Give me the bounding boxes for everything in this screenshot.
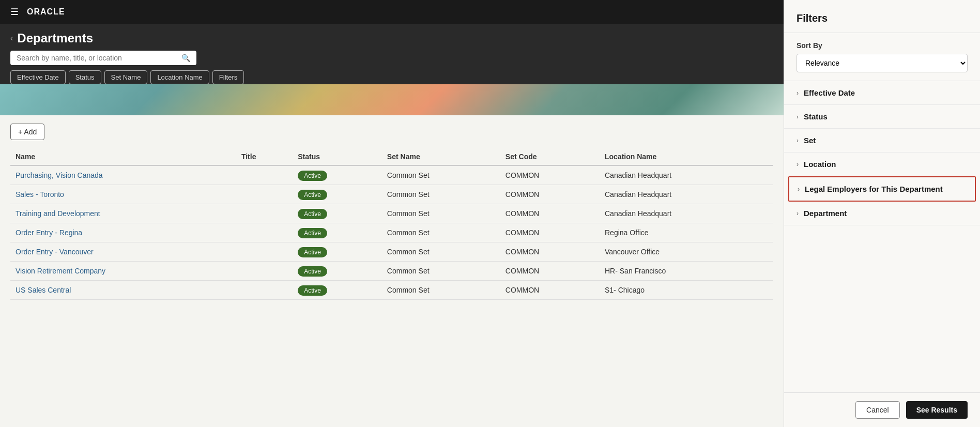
filter-section-item[interactable]: › Legal Employers for This Department (788, 176, 976, 202)
table-row: Purchasing, Vision Canada Active Common … (10, 165, 773, 185)
col-set-code: Set Code (500, 148, 600, 165)
cell-location: Canadian Headquart (600, 165, 773, 185)
filter-section-label: Effective Date (804, 88, 855, 97)
cell-title (236, 185, 293, 204)
cell-title (236, 204, 293, 223)
cell-location: Canadian Headquart (600, 185, 773, 204)
sort-by-label: Sort By (797, 41, 968, 50)
filter-section-label: Status (804, 112, 828, 121)
filters-panel-title: Filters (784, 0, 980, 33)
search-row: 🔍 (10, 51, 773, 65)
set-name-filter-btn[interactable]: Set Name (104, 70, 148, 84)
cell-status: Active (293, 242, 382, 262)
oracle-logo: ORACLE (27, 7, 65, 17)
status-badge: Active (298, 247, 327, 257)
table-row: US Sales Central Active Common Set COMMO… (10, 281, 773, 300)
cell-title (236, 165, 293, 185)
department-name-link[interactable]: Order Entry - Regina (16, 228, 82, 237)
cell-set-name: Common Set (382, 262, 500, 281)
departments-table: Name Title Status Set Name Set Code Loca… (10, 148, 773, 300)
table-row: Sales - Toronto Active Common Set COMMON… (10, 185, 773, 204)
chevron-right-icon: › (797, 161, 799, 168)
status-badge: Active (298, 171, 327, 181)
chevron-right-icon: › (797, 113, 799, 120)
cell-set-code: COMMON (500, 185, 600, 204)
col-title: Title (236, 148, 293, 165)
filter-section-item[interactable]: › Set (784, 129, 980, 152)
cell-title (236, 242, 293, 262)
hamburger-icon[interactable]: ☰ (10, 6, 19, 18)
content-area: + Add Name Title Status Set Name Set Cod… (0, 115, 784, 427)
top-header: ☰ ORACLE (0, 0, 784, 24)
page-title: Departments (17, 31, 93, 45)
back-arrow-icon[interactable]: ‹ (10, 34, 13, 43)
status-badge: Active (298, 190, 327, 200)
col-location-name: Location Name (600, 148, 773, 165)
cell-name: Order Entry - Vancouver (10, 242, 236, 262)
chevron-right-icon: › (797, 89, 799, 97)
sort-by-select[interactable]: Relevance Name Date (797, 54, 968, 72)
cell-set-code: COMMON (500, 165, 600, 185)
department-name-link[interactable]: Vision Retirement Company (16, 267, 105, 275)
filter-section-label: Department (804, 209, 847, 218)
filter-section-label: Legal Employers for This Department (805, 185, 943, 193)
cell-set-code: COMMON (500, 242, 600, 262)
cell-set-name: Common Set (382, 185, 500, 204)
col-status: Status (293, 148, 382, 165)
cell-status: Active (293, 204, 382, 223)
table-row: Training and Development Active Common S… (10, 204, 773, 223)
status-badge: Active (298, 228, 327, 238)
cell-location: Canadian Headquart (600, 204, 773, 223)
main-area: ☰ ORACLE ‹ Departments 🔍 Effective Date … (0, 0, 784, 427)
table-row: Vision Retirement Company Active Common … (10, 262, 773, 281)
cell-title (236, 262, 293, 281)
department-name-link[interactable]: Order Entry - Vancouver (16, 248, 94, 256)
cell-name: Order Entry - Regina (10, 223, 236, 242)
filter-section-item[interactable]: › Location (784, 152, 980, 176)
panel-footer: Cancel See Results (784, 392, 980, 427)
breadcrumb: ‹ Departments (10, 31, 773, 45)
cell-set-name: Common Set (382, 204, 500, 223)
col-set-name: Set Name (382, 148, 500, 165)
cell-status: Active (293, 165, 382, 185)
see-results-button[interactable]: See Results (906, 401, 968, 419)
table-row: Order Entry - Regina Active Common Set C… (10, 223, 773, 242)
cell-set-name: Common Set (382, 242, 500, 262)
status-filter-btn[interactable]: Status (69, 70, 101, 84)
filters-btn[interactable]: Filters (212, 70, 244, 84)
department-name-link[interactable]: Purchasing, Vision Canada (16, 171, 103, 179)
department-name-link[interactable]: Sales - Toronto (16, 190, 64, 199)
filter-buttons-row: Effective Date Status Set Name Location … (10, 70, 773, 84)
effective-date-filter-btn[interactable]: Effective Date (10, 70, 66, 84)
filter-section-item[interactable]: › Department (784, 202, 980, 225)
cell-status: Active (293, 185, 382, 204)
filter-section-item[interactable]: › Effective Date (784, 81, 980, 105)
search-icon[interactable]: 🔍 (181, 54, 190, 62)
filter-section-label: Set (804, 136, 816, 145)
cell-status: Active (293, 281, 382, 300)
department-name-link[interactable]: Training and Development (16, 209, 100, 218)
filter-section-item[interactable]: › Status (784, 105, 980, 129)
search-box: 🔍 (10, 51, 196, 65)
status-badge: Active (298, 266, 327, 277)
department-name-link[interactable]: US Sales Central (16, 286, 71, 294)
cell-location: S1- Chicago (600, 281, 773, 300)
add-button[interactable]: + Add (10, 124, 44, 140)
cell-location: Regina Office (600, 223, 773, 242)
filters-panel: Filters Sort By Relevance Name Date › Ef… (784, 0, 980, 427)
cell-location: HR- San Francisco (600, 262, 773, 281)
cell-location: Vancouver Office (600, 242, 773, 262)
cancel-button[interactable]: Cancel (855, 401, 900, 419)
status-badge: Active (298, 209, 327, 219)
cell-set-code: COMMON (500, 223, 600, 242)
page-header: ‹ Departments 🔍 Effective Date Status Se… (0, 24, 784, 84)
chevron-right-icon: › (797, 210, 799, 217)
decorative-banner (0, 84, 784, 115)
cell-set-code: COMMON (500, 281, 600, 300)
location-name-filter-btn[interactable]: Location Name (150, 70, 209, 84)
cell-title (236, 281, 293, 300)
cell-name: Purchasing, Vision Canada (10, 165, 236, 185)
filter-section-label: Location (804, 160, 836, 169)
search-input[interactable] (17, 54, 177, 62)
status-badge: Active (298, 285, 327, 296)
